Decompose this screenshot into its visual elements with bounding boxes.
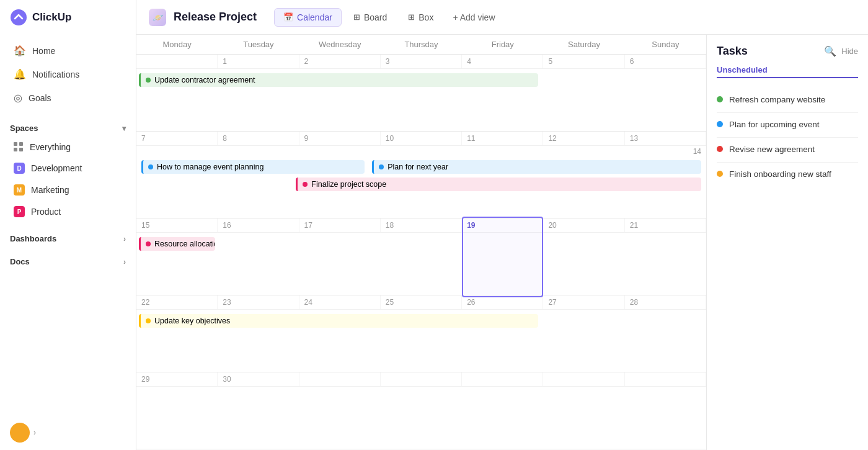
task-color-dot xyxy=(717,171,723,177)
main-nav: 🏠 Home 🔔 Notifications ◎ Goals xyxy=(0,35,136,114)
chevron-right-icon: › xyxy=(123,235,126,243)
day-header-thu: Thursday xyxy=(381,35,462,54)
date-cell[interactable] xyxy=(136,55,218,68)
date-cell[interactable]: 8 xyxy=(218,132,299,145)
date-cell[interactable]: 28 xyxy=(625,295,706,309)
add-view-button[interactable]: + Add view xyxy=(445,9,502,26)
date-cell[interactable]: 24 xyxy=(299,295,381,309)
date-cell[interactable]: 26 xyxy=(462,295,543,309)
tab-board[interactable]: ⊞ Board xyxy=(344,8,396,27)
development-label: Development xyxy=(31,163,82,173)
marketing-label: Marketing xyxy=(31,185,69,195)
avatar-chevron[interactable]: › xyxy=(33,428,36,437)
date-cell[interactable] xyxy=(299,372,381,386)
goals-icon: ◎ xyxy=(14,92,22,104)
date-cell[interactable] xyxy=(625,372,706,386)
task-label: Plan for upcoming event xyxy=(729,119,820,131)
task-item-3[interactable]: Revise new agreement xyxy=(717,138,858,163)
nav-goals-label: Goals xyxy=(29,93,51,103)
chevron-right-icon-docs: › xyxy=(123,258,126,266)
tasks-tab-unscheduled[interactable]: Unscheduled xyxy=(717,65,858,78)
week-events-4: Update key objectives xyxy=(136,310,706,372)
tab-calendar[interactable]: 📅 Calendar xyxy=(274,8,342,27)
date-cell[interactable]: 5 xyxy=(543,55,624,68)
week-events-5 xyxy=(136,387,706,449)
box-tab-label: Box xyxy=(418,12,433,22)
date-cell[interactable] xyxy=(543,372,624,386)
main-content: 🪐 Release Project 📅 Calendar ⊞ Board ⊞ B… xyxy=(136,0,868,450)
date-cell[interactable]: 15 xyxy=(136,218,218,232)
event-dot xyxy=(303,182,308,187)
date-cell[interactable]: 4 xyxy=(462,55,543,68)
week-row-5: 29 30 xyxy=(136,372,706,449)
calendar-tab-icon: 📅 xyxy=(283,12,293,22)
sidebar-item-product[interactable]: P Product xyxy=(4,201,132,222)
dashboards-section[interactable]: Dashboards › xyxy=(0,228,136,246)
sidebar-item-notifications[interactable]: 🔔 Notifications xyxy=(4,63,132,86)
sidebar-item-everything[interactable]: Everything xyxy=(4,137,132,157)
date-cell[interactable] xyxy=(381,372,462,386)
task-item-2[interactable]: Plan for upcoming event xyxy=(717,113,858,138)
date-cell[interactable]: 9 xyxy=(299,132,381,145)
event-plan-next-year[interactable]: Plan for next year xyxy=(372,160,701,174)
event-manage-event[interactable]: How to manage event planning xyxy=(141,160,365,174)
sidebar-item-development[interactable]: D Development xyxy=(4,158,132,179)
task-label: Revise new agreement xyxy=(729,144,815,156)
date-cell[interactable] xyxy=(462,372,543,386)
date-cell[interactable]: 27 xyxy=(543,295,624,309)
svg-point-0 xyxy=(11,9,27,25)
hide-button[interactable]: Hide xyxy=(841,47,858,56)
date-cell[interactable]: 18 xyxy=(381,218,462,232)
event-resource-allocation[interactable]: Resource allocation xyxy=(139,237,215,251)
sidebar-item-goals[interactable]: ◎ Goals xyxy=(4,86,132,109)
task-color-dot xyxy=(717,146,723,152)
date-cell[interactable]: 11 xyxy=(462,132,543,145)
event-label: Resource allocation xyxy=(154,240,215,248)
date-cell[interactable]: 1 xyxy=(218,55,299,68)
event-update-objectives[interactable]: Update key objectives xyxy=(139,314,538,328)
product-label: Product xyxy=(31,207,61,217)
date-cell[interactable]: 22 xyxy=(136,295,218,309)
date-cell[interactable]: 21 xyxy=(625,218,706,232)
week-row-4: 22 23 24 25 26 27 28 Update key objectiv… xyxy=(136,295,706,372)
tasks-list: Refresh company website Plan for upcomin… xyxy=(717,88,858,187)
tab-box[interactable]: ⊞ Box xyxy=(399,8,443,27)
date-cell[interactable]: 6 xyxy=(625,55,706,68)
search-icon[interactable]: 🔍 xyxy=(824,45,836,57)
sidebar-item-home[interactable]: 🏠 Home xyxy=(4,39,132,62)
date-cell[interactable]: 23 xyxy=(218,295,299,309)
date-cell[interactable]: 20 xyxy=(543,218,624,232)
avatar[interactable] xyxy=(10,423,30,443)
day-header-sun: Sunday xyxy=(625,35,706,54)
date-cell[interactable]: 10 xyxy=(381,132,462,145)
date-cell[interactable]: 7 xyxy=(136,132,218,145)
calendar-tab-label: Calendar xyxy=(297,12,332,22)
week-row-2: 7 8 9 10 11 12 13 14 How to manage event… xyxy=(136,132,706,218)
task-item-4[interactable]: Finish onboarding new staff xyxy=(717,163,858,187)
task-color-dot xyxy=(717,121,723,127)
grid-icon xyxy=(14,142,24,152)
docs-section[interactable]: Docs › xyxy=(0,251,136,269)
chevron-down-icon[interactable]: ▾ xyxy=(122,124,126,133)
event-dot xyxy=(146,318,151,323)
event-label: Update key objectives xyxy=(154,317,230,325)
event-update-contractor[interactable]: Update contractor agreement xyxy=(139,73,538,87)
date-cell[interactable]: 25 xyxy=(381,295,462,309)
week-row-3: 15 16 17 18 19 20 21 Resource allocation xyxy=(136,218,706,295)
date-cell[interactable]: 16 xyxy=(218,218,299,232)
date-cell[interactable]: 2 xyxy=(299,55,381,68)
bell-icon: 🔔 xyxy=(14,68,26,80)
date-cell[interactable]: 3 xyxy=(381,55,462,68)
date-cell[interactable]: 29 xyxy=(136,372,218,386)
date-cell[interactable]: 30 xyxy=(218,372,299,386)
event-finalize-scope[interactable]: Finalize project scope xyxy=(296,178,701,191)
date-cell[interactable]: 17 xyxy=(299,218,381,232)
logo[interactable]: ClickUp xyxy=(0,0,136,35)
event-dot xyxy=(146,78,151,83)
date-cell[interactable]: 12 xyxy=(543,132,624,145)
task-item-1[interactable]: Refresh company website xyxy=(717,88,858,113)
day-header-tue: Tuesday xyxy=(218,35,299,54)
date-cell[interactable]: 13 xyxy=(625,132,706,145)
sidebar-item-marketing[interactable]: M Marketing xyxy=(4,179,132,200)
date-cell-today[interactable]: 19 xyxy=(462,218,543,232)
